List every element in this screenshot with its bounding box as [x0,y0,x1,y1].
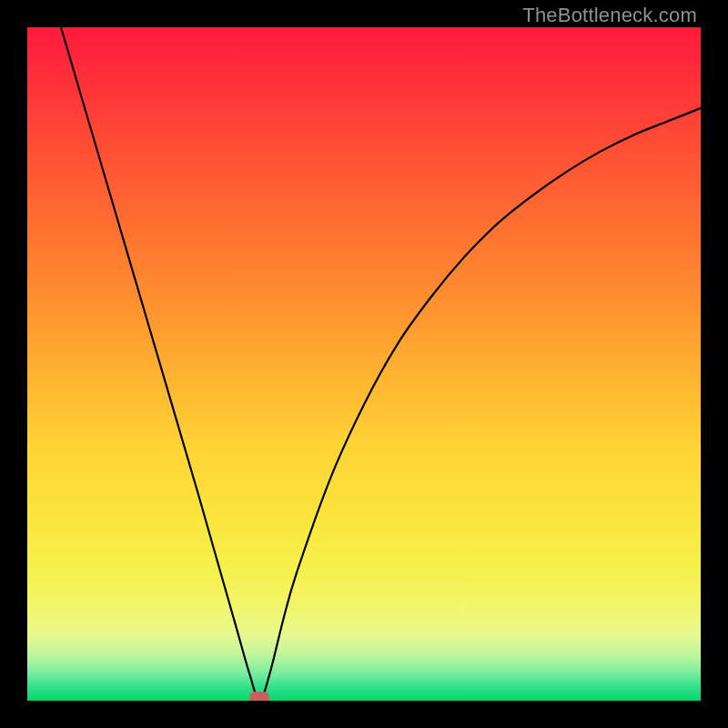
bottleneck-curve [27,27,701,701]
plot-area [27,27,701,701]
minimum-marker [249,692,269,701]
curve-path [61,27,701,701]
watermark-text: TheBottleneck.com [522,4,697,27]
chart-frame: TheBottleneck.com [0,0,728,728]
